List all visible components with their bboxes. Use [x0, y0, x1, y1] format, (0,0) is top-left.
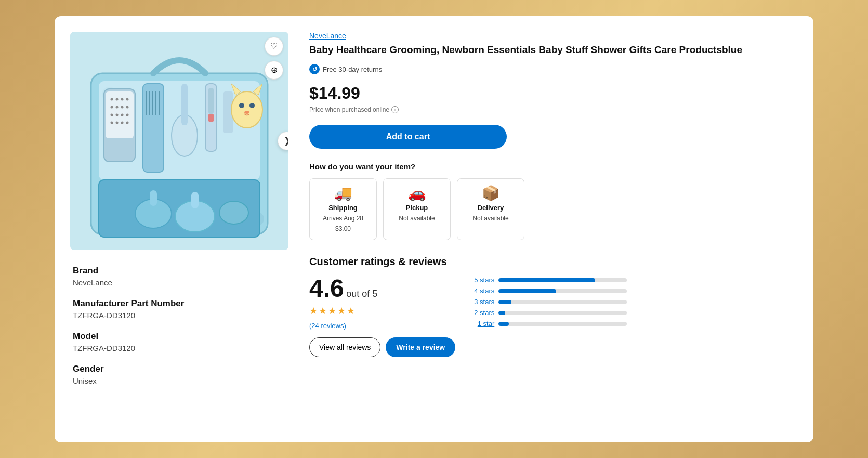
svg-point-15: [121, 106, 124, 108]
bar-track-1: [498, 289, 627, 293]
stars-display: ★ ★ ★ ★ ★: [309, 305, 455, 317]
big-rating: 4.6 out of 5: [309, 276, 455, 301]
star-2: ★: [319, 305, 327, 317]
fulfillment-title-0: Shipping: [328, 204, 358, 212]
fulfillment-price-0: $3.00: [335, 225, 351, 232]
bar-label-2[interactable]: 3 stars: [471, 298, 494, 306]
right-panel: NeveLance Baby Healthcare Grooming, Newb…: [304, 32, 798, 427]
svg-point-40: [239, 103, 244, 108]
bar-label-4[interactable]: 1 star: [471, 320, 494, 328]
spec-gender-value: Unisex: [73, 376, 286, 385]
svg-point-12: [126, 98, 129, 100]
svg-point-41: [249, 103, 255, 108]
spec-gender: Gender Unisex: [73, 364, 286, 385]
star-1: ★: [309, 305, 318, 317]
star-4: ★: [337, 305, 346, 317]
svg-rect-8: [106, 91, 134, 138]
fulfillment-sub-1: Not available: [399, 215, 435, 222]
fulfillment-sub-2: Not available: [472, 215, 508, 222]
svg-point-11: [121, 98, 124, 100]
spec-mpn-value: TZFRGA-DD3120: [73, 311, 286, 320]
bar-label-0[interactable]: 5 stars: [471, 276, 494, 284]
spec-mpn-label: Manufacturer Part Number: [73, 298, 286, 309]
bar-label-1[interactable]: 4 stars: [471, 287, 494, 295]
fulfillment-icon-2: 📦: [482, 186, 500, 201]
svg-rect-32: [181, 84, 188, 125]
product-image: [70, 32, 288, 250]
fulfillment-sub-0: Arrives Aug 28: [323, 215, 363, 222]
spec-brand-label: Brand: [73, 266, 286, 276]
bar-fill-4: [498, 322, 509, 326]
rating-summary: 4.6 out of 5 ★ ★ ★ ★ ★ (24 reviews) View…: [309, 276, 455, 357]
fulfillment-icon-0: 🚚: [334, 186, 352, 201]
bar-row-2: 3 stars: [471, 298, 627, 306]
fulfillment-option-0[interactable]: 🚚 Shipping Arrives Aug 28 $3.00: [309, 178, 377, 240]
fulfillment-icon-1: 🚗: [408, 186, 426, 201]
bar-fill-2: [498, 300, 511, 304]
bar-row-0: 5 stars: [471, 276, 627, 284]
left-panel: ♡ ⊕ ❯ Brand NeveLance Manufacturer Part …: [70, 32, 288, 427]
spec-mpn: Manufacturer Part Number TZFRGA-DD3120: [73, 298, 286, 320]
star-3: ★: [328, 305, 336, 317]
svg-point-14: [116, 106, 119, 108]
product-image-container: ♡ ⊕ ❯: [70, 32, 288, 250]
svg-point-22: [116, 121, 119, 124]
svg-point-23: [121, 121, 124, 124]
spec-brand: Brand NeveLance: [73, 266, 286, 287]
spec-gender-label: Gender: [73, 364, 286, 374]
bar-label-3[interactable]: 2 stars: [471, 309, 494, 317]
star-5-half: ★: [347, 305, 355, 317]
bar-row-3: 2 stars: [471, 309, 627, 317]
svg-point-9: [111, 98, 113, 100]
returns-badge: ↺ Free 30-day returns: [309, 64, 798, 74]
fulfillment-title-1: Pickup: [406, 204, 428, 212]
write-review-button[interactable]: Write a review: [386, 337, 455, 357]
svg-point-16: [126, 106, 129, 108]
svg-point-20: [126, 113, 129, 116]
svg-rect-34: [208, 88, 214, 114]
svg-rect-45: [150, 190, 157, 206]
svg-point-21: [111, 121, 113, 124]
fulfillment-header: How do you want your item?: [309, 162, 798, 171]
svg-rect-47: [191, 192, 199, 208]
bar-row-1: 4 stars: [471, 287, 627, 295]
bar-track-4: [498, 322, 627, 326]
svg-rect-35: [208, 114, 214, 122]
product-card: ♡ ⊕ ❯ Brand NeveLance Manufacturer Part …: [55, 16, 813, 442]
fulfillment-options: 🚚 Shipping Arrives Aug 28 $3.00 🚗 Pickup…: [309, 178, 798, 240]
bar-track-2: [498, 300, 627, 304]
svg-point-48: [219, 201, 248, 224]
reviews-title: Customer ratings & reviews: [309, 256, 798, 268]
bar-fill-3: [498, 311, 505, 315]
price: $14.99: [309, 84, 798, 103]
star-bars: 5 stars 4 stars 3 stars 2 stars 1 star: [471, 276, 627, 331]
zoom-icon[interactable]: ⊕: [265, 61, 283, 80]
spec-brand-value: NeveLance: [73, 278, 286, 287]
review-count[interactable]: (24 reviews): [309, 322, 346, 330]
spec-model: Model TZFRGA-DD3120: [73, 331, 286, 352]
svg-point-18: [116, 113, 119, 116]
add-to-cart-button[interactable]: Add to cart: [309, 125, 507, 149]
spec-model-value: TZFRGA-DD3120: [73, 344, 286, 352]
price-info-icon[interactable]: i: [391, 106, 399, 113]
product-specs: Brand NeveLance Manufacturer Part Number…: [70, 266, 288, 385]
returns-icon: ↺: [309, 64, 320, 74]
fulfillment-title-2: Delivery: [478, 204, 504, 212]
svg-point-13: [111, 106, 113, 108]
bar-track-0: [498, 278, 627, 282]
reviews-body: 4.6 out of 5 ★ ★ ★ ★ ★ (24 reviews) View…: [309, 276, 798, 357]
bar-fill-1: [498, 289, 556, 293]
svg-point-17: [111, 113, 113, 116]
fulfillment-option-2[interactable]: 📦 Delivery Not available: [457, 178, 524, 240]
bar-fill-0: [498, 278, 595, 282]
brand-link[interactable]: NeveLance: [309, 32, 798, 40]
fulfillment-option-1[interactable]: 🚗 Pickup Not available: [383, 178, 451, 240]
wishlist-icon[interactable]: ♡: [265, 37, 283, 56]
returns-text: Free 30-day returns: [323, 66, 382, 73]
review-buttons: View all reviews Write a review: [309, 337, 455, 357]
svg-point-10: [116, 98, 119, 100]
svg-point-42: [244, 111, 249, 114]
svg-point-24: [126, 121, 129, 124]
product-title: Baby Healthcare Grooming, Newborn Essent…: [309, 43, 798, 57]
view-reviews-button[interactable]: View all reviews: [309, 337, 380, 357]
